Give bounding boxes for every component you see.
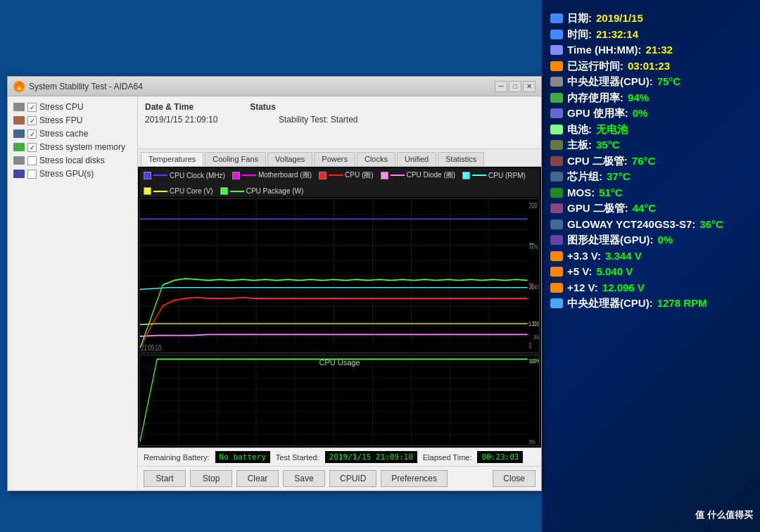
save-button[interactable]: Save [283,470,325,487]
stat-icon-clock [550,30,563,39]
status-header: Status [250,102,276,112]
stress-item-stress-gpu: Stress GPU(s) [13,169,132,179]
svg-text:1.320: 1.320 [528,319,538,327]
cpuid-button[interactable]: CPUID [329,470,376,487]
close-button[interactable]: Close [493,470,536,487]
hw-icon-stress-memory [13,143,25,151]
stat-icon-board [550,140,563,150]
stat-label-3: 已运行时间: [567,58,623,75]
legend-check-cpu[interactable] [319,172,327,179]
legend-item-cpu-clock: CPU Clock (MHz) [144,172,225,179]
checkbox-stress-gpu[interactable] [27,170,37,179]
stat-value-15: 3.344 V [605,248,642,265]
stat-label-13: GLOWAY YCT240GS3-S7: [567,217,695,233]
tab-temperatures[interactable]: Temperatures [141,152,203,166]
maximize-button[interactable]: □ [509,81,521,92]
stat-value-13: 36°C [699,217,723,233]
stat-label-17: +12 V: [567,280,598,296]
legend-check-cpu-diode[interactable] [381,172,388,179]
stat-value-3: 03:01:23 [628,58,670,75]
stat-value-10: 37°C [607,169,631,185]
stat-value-0: 2019/1/15 [596,11,643,27]
stat-icon-volt2 [550,267,563,277]
stat-icon-volt [550,251,563,261]
stat-icon-diode [550,156,563,166]
stat-line-7: 电池: 无电池 [550,122,752,138]
checkbox-stress-disk[interactable] [27,156,37,165]
stat-icon-run [550,61,563,71]
stress-label-stress-memory: Stress system memory [39,142,125,152]
button-bar: Start Stop Clear Save CPUID Preferences … [138,466,541,490]
stat-line-3: 已运行时间: 03:01:23 [550,58,752,75]
stat-label-1: 时间: [567,27,592,43]
hw-icon-stress-disk [13,156,25,165]
svg-text:200: 200 [528,201,537,210]
stress-item-stress-disk: Stress local disks [13,156,132,165]
legend-check-cpu-core[interactable] [144,187,151,195]
stat-label-8: 主板: [567,137,592,153]
status-value: Stability Test: Started [279,115,419,125]
stress-label-stress-gpu: Stress GPU(s) [39,169,94,179]
app-icon: 🔥 [13,81,25,92]
tab-cooling-fans[interactable]: Cooling Fans [205,152,266,166]
stat-icon-gpu-usage [550,108,563,118]
legend-check-motherboard[interactable] [232,172,240,179]
stat-icon-cpu [550,77,563,87]
date-status-section: Date & Time Status 2019/1/15 21:09:10 St… [138,96,541,149]
close-title-button[interactable]: ✕ [523,81,536,92]
stat-value-14: 0% [658,232,673,248]
stat-line-18: 中央处理器(CPU): 1278 RPM [550,296,752,312]
stress-item-stress-cache: ✓ Stress cache [13,129,132,139]
legend-check-cpu-package[interactable] [220,187,228,195]
tab-statistics[interactable]: Statistics [438,152,484,166]
stress-label-stress-fpu: Stress FPU [39,115,82,125]
stat-line-0: 日期: 2019/1/15 [550,11,752,27]
stat-value-16: 5.040 V [596,264,633,280]
checkbox-stress-cache[interactable]: ✓ [27,129,37,139]
stat-icon-gpu2 [550,235,563,245]
legend-item-cpu-diode: CPU Diode (圈) [381,170,455,180]
window-title: System Stability Test - AIDA64 [29,82,143,91]
stat-line-4: 中央处理器(CPU): 75°C [550,74,752,90]
stat-line-9: CPU 二极管: 76°C [550,153,752,170]
hw-icon-stress-fpu [13,116,25,125]
stat-label-2: Time (HH:MM): [567,42,642,58]
tab-unified[interactable]: Unified [397,152,436,166]
stat-value-11: 51°C [599,185,623,201]
stat-line-17: +12 V: 12.096 V [550,280,752,296]
legend-check-cpu-rpm[interactable] [462,172,470,179]
checkbox-stress-memory[interactable]: ✓ [27,143,37,152]
legend-check-cpu-clock[interactable] [144,172,151,179]
hw-icon-stress-cache [13,129,25,138]
stat-icon-battery [550,125,563,134]
checkbox-stress-cpu[interactable]: ✓ [27,103,37,112]
remaining-battery-label: Remaining Battery: [144,453,210,462]
svg-text:366: 366 [533,333,539,341]
checkbox-stress-fpu[interactable]: ✓ [27,116,37,125]
watermark: 值 什么值得买 [695,509,753,521]
stat-line-8: 主板: 35°C [550,137,752,153]
cpu-usage-title: CPU Usage [319,358,360,367]
start-button[interactable]: Start [144,470,186,487]
stop-button[interactable]: Stop [190,470,232,487]
remaining-battery-value: No battery [215,451,270,463]
tab-powers[interactable]: Powers [314,152,355,166]
legend-item-cpu: CPU (圈) [319,170,374,180]
stress-label-stress-disk: Stress local disks [39,156,105,165]
stress-item-stress-memory: ✓ Stress system memory [13,142,132,152]
legend-item-cpu-rpm: CPU (RPM) [462,172,526,179]
legend-item-cpu-core: CPU Core (V) [144,187,213,195]
stat-value-2: 21:32 [646,42,673,58]
tab-clocks[interactable]: Clocks [357,152,395,166]
main-window: 🔥 System Stability Test - AIDA64 ─ □ ✕ ✓… [7,76,542,491]
preferences-button[interactable]: Preferences [381,470,448,487]
right-panel: 日期: 2019/1/15时间: 21:32:14Time (HH:MM): 2… [542,0,760,532]
stat-label-14: 图形处理器(GPU): [567,232,654,248]
clear-button[interactable]: Clear [236,470,279,487]
tab-voltages[interactable]: Voltages [267,152,312,166]
minimize-button[interactable]: ─ [495,81,507,92]
stat-label-0: 日期: [567,11,592,27]
title-controls[interactable]: ─ □ ✕ [495,81,536,92]
stat-icon-mos [550,188,563,198]
stat-label-18: 中央处理器(CPU): [567,296,653,312]
